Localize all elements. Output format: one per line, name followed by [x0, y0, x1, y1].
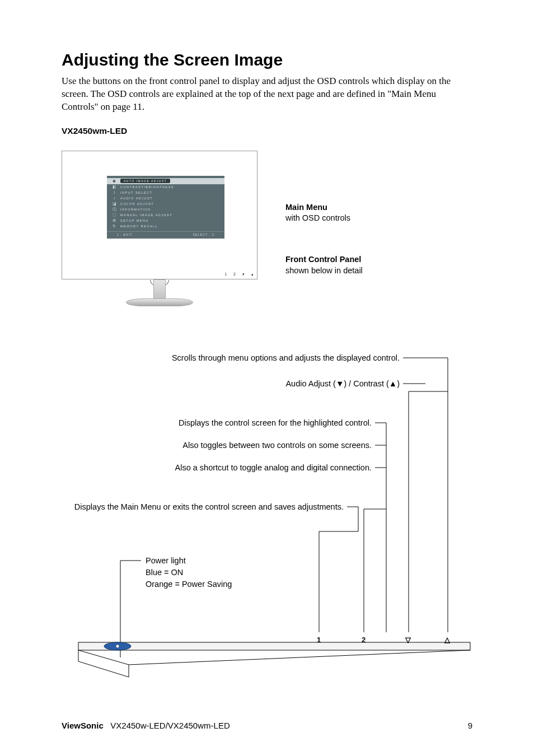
control-diagram: Scrolls through menu options and adjusts… — [62, 352, 472, 716]
footer-brand: ViewSonic — [62, 721, 104, 730]
page-footer: ViewSonic VX2450w-LED/VX2450wm-LED 9 — [62, 721, 472, 730]
recall-icon: ↻ — [113, 224, 117, 228]
sparkle-icon: ✥ — [113, 179, 117, 183]
model-label: VX2450wm-LED — [62, 126, 472, 136]
osd-footer-select: SELECT : 2 — [193, 233, 214, 236]
input-icon: ⟟ — [113, 190, 117, 194]
intro-paragraph: Use the buttons on the front control pan… — [62, 75, 472, 114]
audio-icon: ♪ — [113, 196, 117, 200]
button-up-label: △ — [444, 636, 450, 644]
mainmenu-sub: with OSD controls — [285, 213, 363, 224]
osd-footer-exit: 1 : EXIT — [117, 233, 133, 236]
info-icon: ⓘ — [113, 207, 117, 211]
osd-item-label: AUTO IMAGE ADJUST — [120, 179, 170, 183]
osd-item-label: INFORMATION — [120, 208, 151, 211]
frontpanel-sub: shown below in detail — [285, 265, 363, 277]
osd-footer: 1 : EXIT SELECT : 2 — [107, 231, 224, 236]
monitor-stand-base — [126, 298, 193, 306]
monitor-screen: ✥AUTO IMAGE ADJUST ◧CONTRAST/BRIGHTNESS … — [68, 160, 251, 270]
osd-item-label: SETUP MENU — [120, 219, 149, 222]
osd-item-input-select: ⟟INPUT SELECT — [107, 190, 224, 195]
svg-rect-0 — [78, 642, 470, 650]
color-icon: ◪ — [113, 202, 117, 206]
osd-item-audio-adjust: ♪AUDIO ADJUST — [107, 195, 224, 201]
side-labels: Main Menu with OSD controls Front Contro… — [285, 202, 363, 306]
osd-item-manual-image-adjust: ⬚MANUAL IMAGE ADJUST — [107, 212, 224, 218]
button-strip: 1 2 ▾ ▴ — [224, 272, 254, 277]
btndown-mark: ▾ — [242, 272, 245, 277]
osd-item-setup-menu: ⚙SETUP MENU — [107, 218, 224, 223]
monitor-illustration: ✥AUTO IMAGE ADJUST ◧CONTRAST/BRIGHTNESS … — [62, 151, 472, 330]
osd-item-auto-image-adjust: ✥AUTO IMAGE ADJUST — [107, 178, 224, 184]
button-down-label: ▽ — [405, 636, 411, 644]
manual-icon: ⬚ — [113, 213, 117, 217]
footer-models: VX2450w-LED/VX2450wm-LED — [110, 721, 229, 730]
osd-item-label: MANUAL IMAGE ADJUST — [120, 213, 172, 217]
gear-icon: ⚙ — [113, 218, 117, 222]
osd-item-label: AUDIO ADJUST — [120, 197, 153, 200]
monitor-frame: ✥AUTO IMAGE ADJUST ◧CONTRAST/BRIGHTNESS … — [62, 151, 257, 279]
osd-panel: ✥AUTO IMAGE ADJUST ◧CONTRAST/BRIGHTNESS … — [107, 176, 224, 239]
button-2-label: 2 — [362, 636, 366, 644]
osd-item-label: COLOR ADJUST — [120, 202, 154, 206]
page-title: Adjusting the Screen Image — [62, 50, 472, 69]
osd-item-label: CONTRAST/BRIGHTNESS — [120, 185, 174, 189]
mainmenu-title: Main Menu — [285, 202, 363, 213]
button-1-label: 1 — [317, 636, 321, 644]
btn2-mark: 2 — [233, 272, 236, 277]
osd-item-contrast-brightness: ◧CONTRAST/BRIGHTNESS — [107, 184, 224, 190]
osd-item-label: MEMORY RECALL — [120, 225, 158, 228]
osd-item-color-adjust: ◪COLOR ADJUST — [107, 201, 224, 207]
btn1-mark: 1 — [224, 272, 227, 277]
osd-item-label: INPUT SELECT — [120, 191, 152, 194]
contrast-icon: ◧ — [113, 185, 117, 189]
osd-item-memory-recall: ↻MEMORY RECALL — [107, 223, 224, 229]
btnup-mark: ▴ — [251, 272, 254, 277]
footer-page-number: 9 — [468, 721, 472, 730]
frontpanel-title: Front Control Panel — [285, 254, 363, 265]
osd-item-information: ⓘINFORMATION — [107, 207, 224, 212]
svg-point-2 — [116, 645, 119, 648]
